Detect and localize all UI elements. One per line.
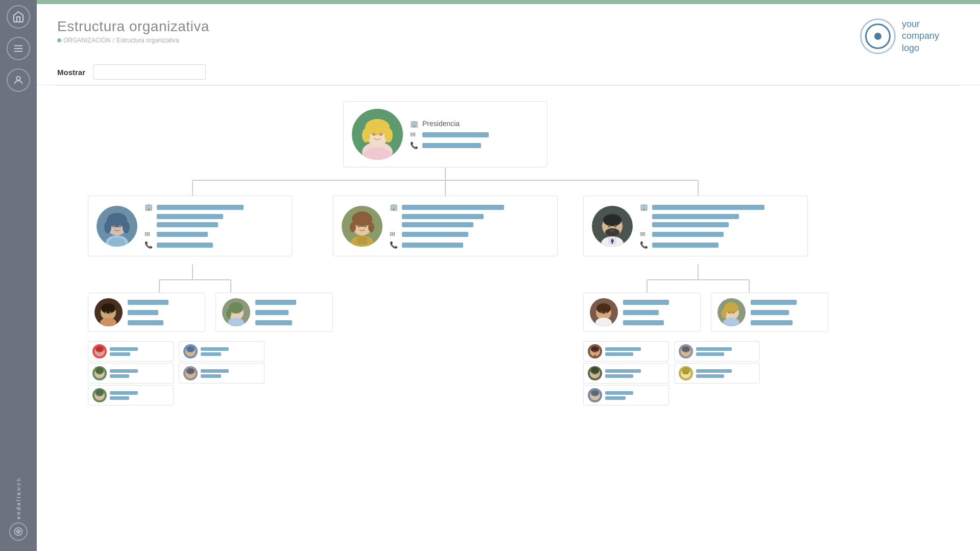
level1-left-avatar (97, 206, 137, 247)
l3-lr1-info2 (201, 347, 229, 356)
brand-text: endaliaweb (16, 477, 21, 519)
l3-lr1-b3 (201, 347, 229, 351)
l3-rr3-b2 (605, 396, 626, 400)
l1m-building-icon: 🏢 (390, 203, 398, 211)
l3-rr1-av2 (679, 344, 693, 358)
svg-point-91 (722, 309, 727, 318)
svg-point-47 (608, 225, 611, 227)
l3-right-row3 (583, 385, 669, 405)
l2-left-card-b[interactable] (216, 293, 333, 332)
user-button[interactable] (7, 68, 30, 92)
l3-rr3-info1 (605, 391, 633, 400)
svg-point-69 (188, 351, 190, 352)
l3-left-row1 (88, 341, 265, 362)
l2ra-bar1 (623, 300, 669, 305)
svg-point-72 (95, 367, 104, 374)
l3-lr3-card1[interactable] (88, 385, 174, 405)
svg-point-60 (233, 312, 235, 314)
l3-rr1-b4 (696, 352, 724, 356)
l1l-name-row: 🏢 (145, 203, 283, 211)
l3-rr2-card2[interactable] (674, 363, 760, 384)
l2-right-card-a[interactable] (583, 293, 701, 332)
l3-rr1-info1 (605, 347, 641, 356)
l3-rr2-b2 (605, 374, 633, 378)
root-card[interactable]: 🏢 Presidencia ✉ 📞 (343, 101, 547, 167)
l1r-row5: 📞 (640, 241, 799, 249)
l3-lr1-card1[interactable] (88, 341, 174, 362)
l2rb-info (751, 300, 822, 325)
l3-rr1-card1[interactable] (583, 341, 669, 362)
l3-lr1-b2 (110, 352, 130, 356)
l2rb-avatar (718, 298, 746, 326)
phone-icon-root: 📞 (410, 141, 418, 149)
filter-input[interactable] (93, 64, 206, 80)
l1r-bar3 (652, 222, 729, 227)
svg-point-30 (104, 221, 111, 233)
svg-point-70 (192, 351, 193, 352)
l1r-bar2 (652, 214, 739, 219)
svg-point-99 (596, 351, 597, 352)
l2la-avatar (94, 298, 123, 326)
svg-point-101 (682, 346, 690, 352)
l1l-bar4 (157, 232, 208, 237)
home-button[interactable] (7, 5, 30, 29)
svg-point-93 (732, 312, 734, 314)
l3-lr1-b4 (201, 352, 221, 356)
svg-point-53 (101, 303, 115, 314)
l2lb-bar1 (255, 300, 296, 305)
l1r-bar1 (652, 205, 764, 210)
svg-point-46 (605, 228, 619, 236)
l2la-bar2 (128, 310, 158, 315)
l2-right-card-b[interactable] (711, 293, 828, 332)
l2rb-bar3 (751, 320, 793, 325)
building-icon: 🏢 (410, 120, 418, 128)
l3-left-row3 (88, 385, 174, 405)
svg-point-39 (368, 222, 374, 232)
svg-point-115 (596, 395, 597, 396)
svg-point-68 (186, 346, 195, 352)
l1m-bar3 (402, 222, 473, 227)
l2-left-card-a[interactable] (88, 293, 205, 332)
l2rb-bar2 (751, 310, 789, 315)
l1l-name-bar (157, 205, 244, 210)
menu-button[interactable] (7, 37, 30, 60)
l2ra-info (623, 300, 694, 325)
svg-point-86 (605, 312, 607, 314)
root-avatar (352, 109, 403, 160)
l3-rr2-b1 (605, 369, 641, 373)
l3-lr2-card1[interactable] (88, 363, 174, 384)
l3-rr2-av1 (588, 366, 602, 380)
l3-rr2-b4 (696, 374, 724, 378)
level1-card-right[interactable]: 🏢 ✉ 📞 (583, 196, 808, 256)
l3-lr2-card2[interactable] (179, 363, 265, 384)
svg-point-110 (684, 373, 685, 374)
level1-card-mid[interactable]: 🏢 ✉ 📞 (333, 196, 558, 256)
l1r-row4: ✉ (640, 230, 799, 238)
l3-lr2-info2 (201, 369, 229, 378)
l3-rr2-card1[interactable] (583, 363, 669, 384)
svg-point-73 (98, 373, 99, 374)
l1m-bar1 (402, 205, 504, 210)
root-phone-row: 📞 (410, 141, 539, 149)
l3-lr2-b4 (201, 374, 221, 378)
svg-point-41 (364, 225, 367, 227)
level1-card-left[interactable]: 🏢 ✉ 📞 (88, 196, 292, 256)
l3-rr1-b3 (696, 347, 732, 351)
l2ra-bar3 (623, 320, 664, 325)
l3-lr1-card2[interactable] (179, 341, 265, 362)
l1l-bar5 (157, 243, 213, 248)
svg-point-23 (362, 128, 370, 142)
l2la-bar3 (128, 320, 163, 325)
svg-point-31 (123, 221, 130, 233)
breadcrumb-current: Estructura organizativa (116, 37, 179, 44)
l3-rr1-card2[interactable] (674, 341, 760, 362)
svg-point-74 (101, 373, 102, 374)
svg-point-78 (192, 373, 193, 374)
top-bar (37, 0, 980, 4)
svg-point-96 (591, 346, 599, 352)
l3-lr2-b1 (110, 369, 138, 373)
l3-rr3-card1[interactable] (583, 385, 669, 405)
svg-point-62 (228, 318, 244, 326)
svg-point-94 (723, 318, 739, 326)
l3-rr2-b3 (696, 369, 732, 373)
